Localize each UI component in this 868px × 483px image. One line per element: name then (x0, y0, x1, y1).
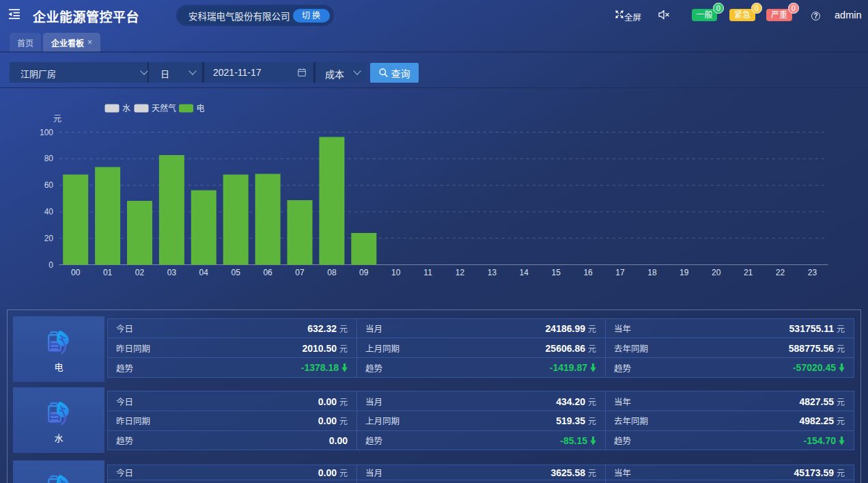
svg-text:05: 05 (232, 268, 241, 277)
svg-text:12: 12 (456, 268, 465, 277)
svg-text:18: 18 (647, 268, 657, 277)
svg-text:00: 00 (71, 268, 81, 277)
svg-text:09: 09 (359, 268, 369, 277)
svg-text:元: 元 (53, 114, 61, 124)
svg-text:20: 20 (712, 268, 721, 277)
svg-text:16: 16 (583, 268, 593, 277)
svg-text:04: 04 (199, 268, 209, 277)
svg-text:0: 0 (48, 260, 53, 270)
svg-text:80: 80 (44, 154, 54, 163)
svg-text:水: 水 (122, 104, 130, 113)
svg-text:03: 03 (167, 268, 177, 277)
svg-text:19: 19 (680, 268, 689, 277)
svg-text:40: 40 (44, 207, 54, 217)
svg-text:21: 21 (744, 268, 753, 277)
svg-text:20: 20 (44, 234, 54, 243)
svg-text:17: 17 (615, 268, 625, 277)
svg-text:22: 22 (776, 268, 785, 277)
svg-text:60: 60 (44, 180, 54, 190)
svg-text:10: 10 (391, 268, 401, 277)
svg-text:电: 电 (197, 104, 205, 113)
svg-text:天然气: 天然气 (152, 103, 176, 113)
svg-text:100: 100 (40, 128, 53, 137)
svg-text:14: 14 (520, 268, 529, 277)
svg-text:02: 02 (135, 268, 145, 277)
svg-text:06: 06 (263, 268, 272, 277)
svg-text:01: 01 (103, 268, 113, 277)
svg-text:07: 07 (295, 268, 305, 277)
svg-text:13: 13 (488, 268, 497, 277)
svg-text:15: 15 (552, 268, 561, 277)
svg-text:23: 23 (808, 268, 817, 277)
svg-text:11: 11 (423, 268, 432, 277)
svg-text:08: 08 (327, 268, 337, 277)
